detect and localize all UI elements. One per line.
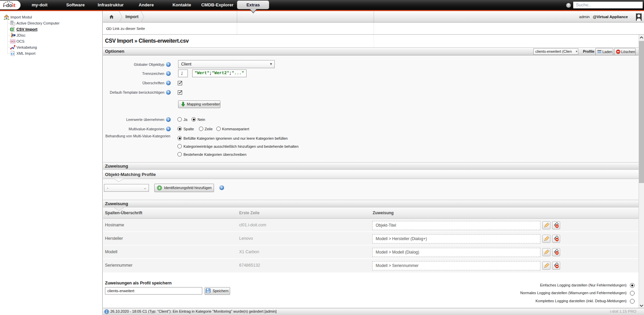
svg-text:OCS: OCS <box>10 40 15 43</box>
